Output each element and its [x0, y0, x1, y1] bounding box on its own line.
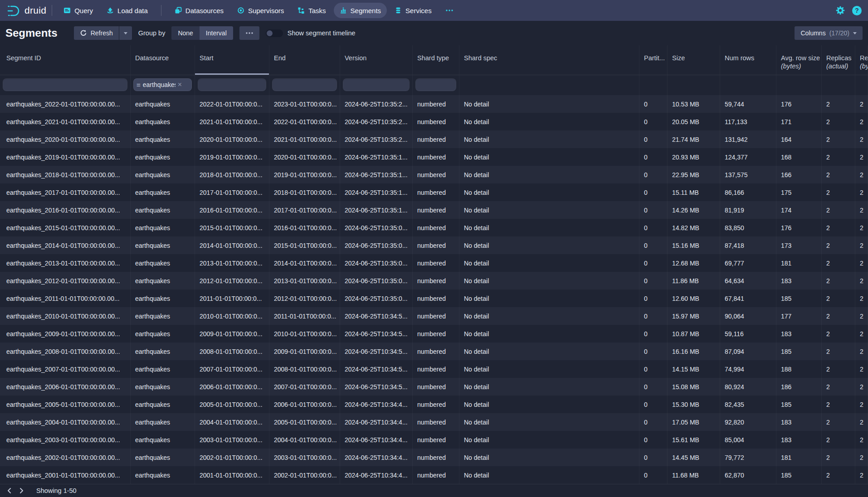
cell-end[interactable]: 2007-01-01T00:00:0... — [269, 378, 340, 396]
cell-partition[interactable]: 0 — [639, 272, 668, 290]
cell-shard-type[interactable]: numbered — [413, 130, 459, 148]
cell-partition[interactable]: 0 — [639, 378, 668, 396]
cell-segment-id[interactable]: earthquakes_2002-01-01T00:00:00.00... — [0, 449, 131, 466]
cell-shard-type[interactable]: numbered — [413, 166, 459, 183]
table-row[interactable]: earthquakes_2014-01-01T00:00:00.00... ea… — [0, 236, 868, 254]
cell-replicated-size[interactable]: 2 — [855, 325, 868, 343]
cell-size[interactable]: 15.30 MB — [668, 396, 720, 413]
cell-version[interactable]: 2024-06-25T10:34:5... — [340, 343, 413, 360]
cell-shard-spec[interactable]: No detail — [459, 466, 639, 484]
cell-version[interactable]: 2024-06-25T10:34:4... — [340, 396, 413, 413]
cell-start[interactable]: 2013-01-01T00:00:0... — [195, 254, 269, 272]
cell-shard-spec[interactable]: No detail — [459, 183, 639, 201]
cell-version[interactable]: 2024-06-25T10:35:0... — [340, 219, 413, 236]
cell-replicated-size[interactable]: 2 — [855, 148, 868, 166]
cell-replicas[interactable]: 2 — [822, 272, 855, 290]
column-header-datasource[interactable]: Datasource — [131, 45, 195, 75]
cell-partition[interactable]: 0 — [639, 113, 668, 130]
cell-start[interactable]: 2001-01-01T00:00:0... — [195, 466, 269, 484]
cell-start[interactable]: 2002-01-01T00:00:0... — [195, 449, 269, 466]
cell-segment-id[interactable]: earthquakes_2017-01-01T00:00:00.00... — [0, 183, 131, 201]
table-row[interactable]: earthquakes_2010-01-01T00:00:00.00... ea… — [0, 307, 868, 325]
cell-start[interactable]: 2005-01-01T00:00:0... — [195, 396, 269, 413]
cell-datasource[interactable]: earthquakes — [131, 307, 195, 325]
columns-button[interactable]: Columns (17/20) — [795, 26, 863, 40]
table-row[interactable]: earthquakes_2022-01-01T00:00:00.00... ea… — [0, 95, 868, 113]
cell-size[interactable]: 22.95 MB — [668, 166, 720, 183]
cell-replicas[interactable]: 2 — [822, 431, 855, 449]
druid-logo[interactable]: druid — [6, 4, 46, 17]
cell-size[interactable]: 10.53 MB — [668, 95, 720, 113]
cell-num-rows[interactable]: 67,841 — [720, 290, 776, 307]
cell-replicated-size[interactable]: 2 — [855, 343, 868, 360]
cell-num-rows[interactable]: 83,850 — [720, 219, 776, 236]
cell-size[interactable]: 11.86 MB — [668, 272, 720, 290]
cell-datasource[interactable]: earthquakes — [131, 466, 195, 484]
cell-replicated-size[interactable]: 2 — [855, 290, 868, 307]
cell-replicated-size[interactable]: 2 — [855, 396, 868, 413]
cell-version[interactable]: 2024-06-25T10:35:2... — [340, 130, 413, 148]
cell-start[interactable]: 2016-01-01T00:00:0... — [195, 201, 269, 219]
cell-avg-row-size[interactable]: 188 — [776, 360, 822, 378]
cell-replicas[interactable]: 2 — [822, 219, 855, 236]
cell-segment-id[interactable]: earthquakes_2018-01-01T00:00:00.00... — [0, 166, 131, 183]
table-row[interactable]: earthquakes_2017-01-01T00:00:00.00... ea… — [0, 183, 868, 201]
cell-shard-spec[interactable]: No detail — [459, 148, 639, 166]
cell-shard-type[interactable]: numbered — [413, 466, 459, 484]
cell-start[interactable]: 2012-01-01T00:00:0... — [195, 272, 269, 290]
table-row[interactable]: earthquakes_2008-01-01T00:00:00.00... ea… — [0, 343, 868, 360]
cell-shard-spec[interactable]: No detail — [459, 431, 639, 449]
cell-replicated-size[interactable]: 2 — [855, 449, 868, 466]
cell-num-rows[interactable]: 124,377 — [720, 148, 776, 166]
cell-shard-spec[interactable]: No detail — [459, 325, 639, 343]
cell-size[interactable]: 16.16 MB — [668, 343, 720, 360]
cell-start[interactable]: 2008-01-01T00:00:0... — [195, 343, 269, 360]
cell-replicated-size[interactable]: 2 — [855, 272, 868, 290]
cell-avg-row-size[interactable]: 185 — [776, 290, 822, 307]
cell-num-rows[interactable]: 137,575 — [720, 166, 776, 183]
shard-type-filter-input[interactable] — [415, 78, 456, 91]
cell-start[interactable]: 2007-01-01T00:00:0... — [195, 360, 269, 378]
table-row[interactable]: earthquakes_2002-01-01T00:00:00.00... ea… — [0, 449, 868, 466]
cell-shard-spec[interactable]: No detail — [459, 360, 639, 378]
cell-size[interactable]: 15.08 MB — [668, 378, 720, 396]
cell-avg-row-size[interactable]: 175 — [776, 183, 822, 201]
cell-shard-type[interactable]: numbered — [413, 201, 459, 219]
cell-shard-type[interactable]: numbered — [413, 219, 459, 236]
cell-num-rows[interactable]: 79,772 — [720, 449, 776, 466]
cell-end[interactable]: 2021-01-01T00:00:0... — [269, 130, 340, 148]
cell-avg-row-size[interactable]: 183 — [776, 413, 822, 431]
cell-partition[interactable]: 0 — [639, 343, 668, 360]
nav-item-datasources[interactable]: Datasources — [169, 3, 229, 18]
cell-replicas[interactable]: 2 — [822, 325, 855, 343]
cell-num-rows[interactable]: 90,064 — [720, 307, 776, 325]
cell-avg-row-size[interactable]: 183 — [776, 272, 822, 290]
table-row[interactable]: earthquakes_2007-01-01T00:00:00.00... ea… — [0, 360, 868, 378]
cell-replicated-size[interactable]: 2 — [855, 113, 868, 130]
refresh-button[interactable]: Refresh — [74, 26, 119, 40]
cell-size[interactable]: 12.60 MB — [668, 290, 720, 307]
cell-shard-type[interactable]: numbered — [413, 113, 459, 130]
cell-partition[interactable]: 0 — [639, 183, 668, 201]
cell-end[interactable]: 2019-01-01T00:00:0... — [269, 166, 340, 183]
cell-partition[interactable]: 0 — [639, 413, 668, 431]
cell-replicas[interactable]: 2 — [822, 307, 855, 325]
cell-shard-spec[interactable]: No detail — [459, 343, 639, 360]
cell-segment-id[interactable]: earthquakes_2015-01-01T00:00:00.00... — [0, 219, 131, 236]
cell-partition[interactable]: 0 — [639, 360, 668, 378]
cell-version[interactable]: 2024-06-25T10:35:1... — [340, 183, 413, 201]
cell-size[interactable]: 14.26 MB — [668, 201, 720, 219]
cell-partition[interactable]: 0 — [639, 166, 668, 183]
cell-shard-spec[interactable]: No detail — [459, 272, 639, 290]
cell-segment-id[interactable]: earthquakes_2019-01-01T00:00:00.00... — [0, 148, 131, 166]
cell-replicas[interactable]: 2 — [822, 413, 855, 431]
column-header-size[interactable]: Size — [668, 45, 720, 75]
cell-segment-id[interactable]: earthquakes_2010-01-01T00:00:00.00... — [0, 307, 131, 325]
cell-size[interactable]: 21.74 MB — [668, 130, 720, 148]
cell-start[interactable]: 2021-01-01T00:00:0... — [195, 113, 269, 130]
cell-size[interactable]: 20.05 MB — [668, 113, 720, 130]
group-by-none-button[interactable]: None — [171, 26, 199, 40]
cell-avg-row-size[interactable]: 186 — [776, 378, 822, 396]
nav-item-segments[interactable]: Segments — [334, 3, 387, 18]
cell-end[interactable]: 2009-01-01T00:00:0... — [269, 343, 340, 360]
